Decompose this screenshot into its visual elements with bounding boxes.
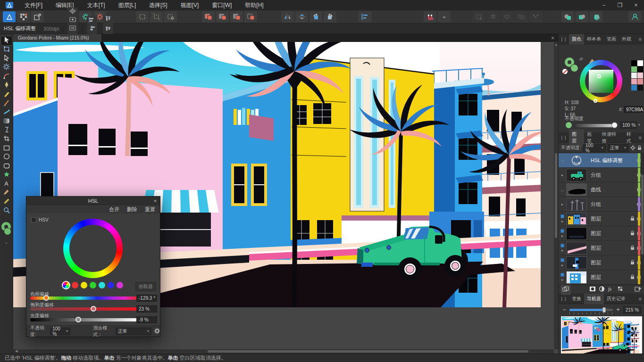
color-panel-tab-1[interactable]: 样本条 [584, 34, 604, 44]
sl-handle[interactable] [597, 74, 601, 78]
expand-chevron-icon[interactable]: ▸ [561, 263, 563, 267]
layer-row-8[interactable]: ▸图层 [559, 270, 644, 285]
expand-chevron-icon[interactable]: ▸ [561, 173, 563, 177]
slider-handle[interactable] [43, 295, 49, 301]
point-transform-tool[interactable] [1, 63, 12, 72]
lock-icon[interactable] [630, 258, 635, 267]
opacity-slider-handle[interactable] [611, 122, 618, 128]
export-persona-button[interactable] [31, 11, 44, 22]
merge-button[interactable]: 合并 [109, 206, 119, 213]
snap-grid-button[interactable] [487, 11, 500, 22]
horizontal-scrollbar[interactable]: ◀ [13, 349, 554, 354]
account-button[interactable] [628, 11, 641, 22]
flip-horizontal-button[interactable] [281, 11, 294, 22]
close-icon[interactable]: × [628, 0, 644, 10]
toggle-bleed-button[interactable] [150, 11, 163, 22]
swatch-cell-4[interactable] [631, 73, 637, 78]
channel-swatch-1[interactable] [72, 282, 78, 288]
layers-scrollbar-thumb[interactable] [641, 174, 644, 255]
hue-wheel[interactable] [63, 219, 123, 278]
menu-item-6[interactable]: 窗口[W] [205, 2, 238, 8]
swatch-cell-5[interactable] [637, 73, 643, 78]
zoom-slider[interactable] [569, 309, 613, 311]
fill-swatch[interactable] [4, 228, 11, 235]
vertical-scrollbar-thumb[interactable] [555, 153, 557, 238]
flip-vertical-button[interactable] [295, 11, 308, 22]
layers-lock-icon[interactable] [637, 144, 642, 152]
slider-handle[interactable] [91, 306, 96, 312]
dialog-opacity-dropdown[interactable]: 100 %▾ [50, 328, 70, 335]
pen-tool[interactable] [1, 81, 12, 90]
swap-colors-icon[interactable]: ⇄ [579, 57, 583, 61]
zoom-in-button[interactable]: + [615, 306, 621, 313]
channel-swatch-4[interactable] [99, 282, 105, 288]
boolean-intersect-button[interactable] [230, 11, 243, 22]
fill-color-swatch[interactable] [570, 64, 578, 72]
menu-item-4[interactable]: 选择[S] [142, 2, 174, 8]
hsv-checkbox-box[interactable] [31, 217, 36, 222]
color-panel-tab-3[interactable]: 外观 [619, 34, 634, 44]
add-layer-button[interactable] [635, 285, 641, 294]
layers-blend-dropdown[interactable]: 正常▾ [608, 144, 628, 152]
zoom-value[interactable]: 215 % [623, 306, 641, 313]
ellipse-tool[interactable] [1, 153, 12, 162]
slider-track[interactable] [30, 307, 138, 311]
slider-value[interactable]: -9 % [136, 316, 157, 323]
layer-row-1[interactable]: ▸分组 [559, 168, 644, 182]
snap-guides-button[interactable] [501, 11, 514, 22]
layer-row-7[interactable]: ▸图层 [559, 255, 644, 270]
insert-ontop-button[interactable] [590, 11, 602, 22]
color-panel-tab-0[interactable]: 颜色 [569, 34, 584, 44]
boolean-xor-button[interactable] [244, 11, 257, 22]
toggle-rotation-button[interactable] [164, 11, 177, 22]
layers-scrollbar[interactable] [641, 153, 644, 285]
shape-tool[interactable] [1, 171, 12, 180]
hue-handle[interactable] [594, 99, 597, 103]
layer-select-box[interactable] [560, 244, 564, 247]
vector-brush-tool[interactable] [1, 99, 12, 108]
channel-swatch-5[interactable] [108, 282, 114, 288]
layer-effects-button[interactable]: fx [608, 285, 614, 294]
expand-chevron-icon[interactable]: ▸ [561, 219, 563, 223]
panel-menu-icon[interactable]: ≡ [639, 36, 642, 42]
boolean-subtract-button[interactable] [216, 11, 229, 22]
pattern-layer-button[interactable] [617, 285, 623, 294]
swatch-cell-0[interactable] [631, 60, 637, 66]
pixel-persona-button[interactable] [17, 11, 30, 22]
mask-layer-button[interactable] [589, 285, 596, 294]
layer-select-box[interactable] [560, 273, 564, 277]
align-top-button[interactable] [103, 16, 113, 25]
navigator-panel-tab-0[interactable]: 变换 [569, 294, 584, 304]
rotate-ccw-button[interactable] [309, 11, 322, 22]
insert-inside-button[interactable] [576, 11, 588, 22]
corner-tool[interactable] [1, 72, 12, 81]
opacity-slider[interactable] [576, 124, 615, 127]
panel-menu-icon[interactable]: ≡ [639, 296, 642, 302]
layer-row-4[interactable]: ▸图层 [559, 212, 644, 226]
tools-overflow-chevron-icon[interactable]: ⌄ [5, 240, 8, 245]
menu-item-3[interactable]: 图层[L] [112, 2, 142, 8]
expand-chevron-icon[interactable]: ▸ [561, 278, 563, 282]
layer-select-box[interactable] [560, 214, 564, 218]
navigator-panel-tab-2[interactable]: 历史记录 [604, 294, 628, 304]
align-center-button[interactable] [87, 25, 97, 33]
pencil-tool[interactable] [1, 90, 12, 99]
snap-objects-button[interactable] [515, 11, 528, 22]
layer-select-box[interactable] [560, 229, 564, 233]
layers-opacity-dropdown[interactable]: 100 %▾ [583, 144, 606, 152]
hsv-checkbox[interactable]: HSV [31, 217, 49, 222]
menu-item-5[interactable]: 视图[V] [174, 2, 206, 8]
opacity-value[interactable]: 100 % [620, 122, 636, 129]
no-color-swatch[interactable] [562, 69, 568, 74]
rounded-rectangle-tool[interactable] [1, 162, 12, 171]
align-left-button[interactable] [87, 16, 97, 25]
zoom-slider-handle[interactable] [602, 307, 606, 313]
channel-swatch-3[interactable] [90, 282, 96, 288]
artistic-text-tool[interactable]: A [1, 180, 12, 189]
toggle-margins-button[interactable] [136, 11, 149, 22]
transparency-tool[interactable] [1, 126, 12, 135]
designer-persona-button[interactable] [3, 11, 16, 22]
reset-button[interactable]: 重置 [145, 206, 155, 213]
close-icon[interactable]: × [151, 198, 160, 204]
channel-swatch-2[interactable] [81, 282, 87, 288]
